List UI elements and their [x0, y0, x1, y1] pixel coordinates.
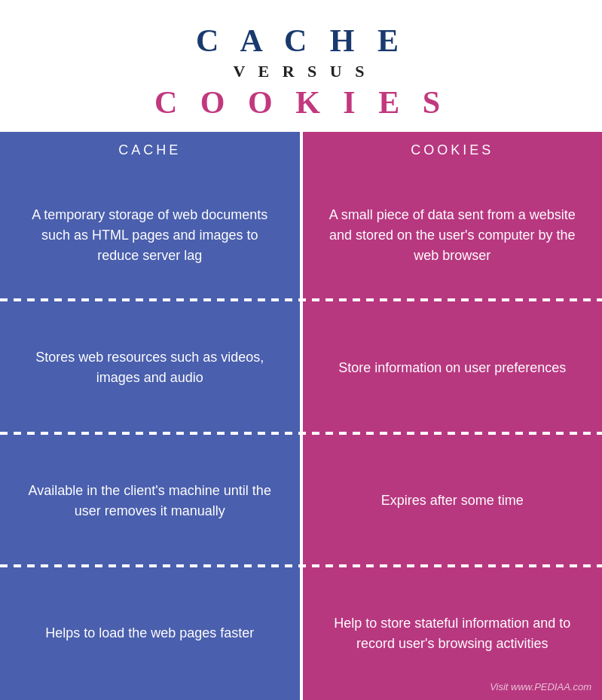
cookies-cell: Store information on user preferences — [303, 301, 603, 434]
comparison-row: A temporary storage of web documents suc… — [0, 169, 602, 301]
cookies-column-header: COOKIES — [303, 132, 603, 169]
cookies-cell: A small piece of data sent from a websit… — [303, 169, 603, 301]
cache-cell: Helps to load the web pages faster — [0, 567, 303, 700]
cache-column-header: CACHE — [0, 132, 303, 169]
comparison-row: Available in the client's machine until … — [0, 435, 602, 567]
comparison-table: CACHE COOKIES A temporary storage of web… — [0, 132, 602, 700]
cache-cell: Available in the client's machine until … — [0, 435, 303, 567]
rows-container: A temporary storage of web documents suc… — [0, 169, 602, 700]
watermark: Visit www.PEDIAA.com — [490, 680, 591, 695]
comparison-row: Helps to load the web pages fasterHelp t… — [0, 567, 602, 700]
title-cache: C A C H E — [15, 23, 587, 59]
cache-cell: A temporary storage of web documents suc… — [0, 169, 303, 301]
cookies-cell: Help to store stateful information and t… — [303, 567, 603, 700]
header-section: C A C H E V E R S U S C O O K I E S — [0, 0, 602, 132]
cache-cell: Stores web resources such as videos, ima… — [0, 301, 303, 434]
cookies-cell: Expires after some time — [303, 435, 603, 567]
title-versus: V E R S U S — [15, 62, 587, 81]
column-headers: CACHE COOKIES — [0, 132, 602, 169]
comparison-row: Stores web resources such as videos, ima… — [0, 301, 602, 434]
title-cookies: C O O K I E S — [15, 84, 587, 121]
